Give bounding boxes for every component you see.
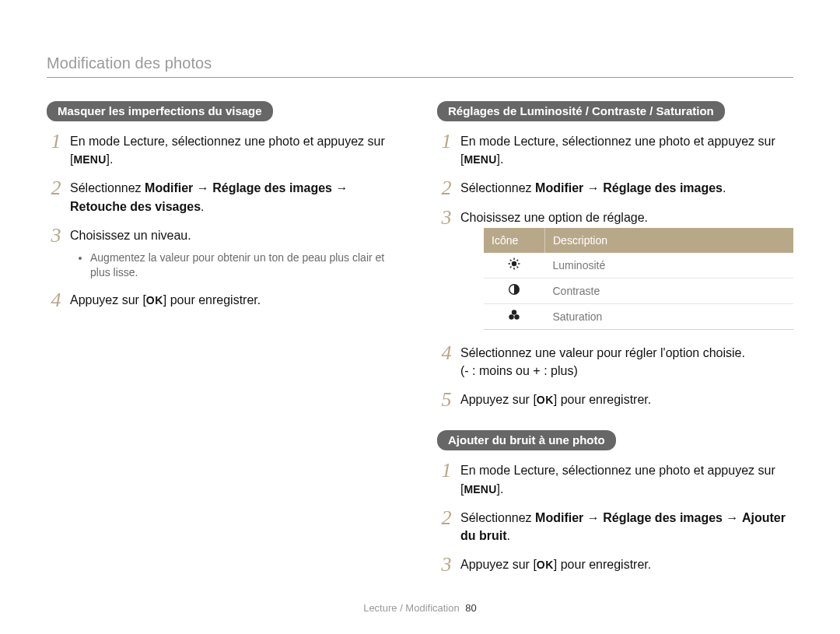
step-text: . bbox=[723, 181, 726, 194]
svg-line-8 bbox=[517, 259, 519, 261]
step-text: ] pour enregistrer. bbox=[163, 293, 261, 306]
saturation-icon bbox=[508, 309, 520, 325]
step-text: (- : moins ou + : plus) bbox=[460, 364, 578, 377]
step-sub-bullets: Augmentez la valeur pour obtenir un ton … bbox=[76, 250, 403, 280]
cell-description: Contraste bbox=[545, 278, 794, 303]
arrow: → bbox=[583, 511, 603, 524]
step-text: Sélectionnez bbox=[460, 511, 535, 524]
step-1: En mode Lecture, sélectionnez une photo … bbox=[47, 132, 403, 168]
step-2: Sélectionnez Modifier → Réglage des imag… bbox=[437, 179, 793, 197]
steps-list: En mode Lecture, sélectionnez une photo … bbox=[437, 461, 793, 573]
step-text: Sélectionnez une valeur pour régler l'op… bbox=[460, 346, 745, 359]
svg-point-11 bbox=[509, 314, 514, 319]
section-adjustments: Réglages de Luminosité / Contraste / Sat… bbox=[437, 101, 793, 408]
ok-label: OK bbox=[537, 394, 554, 406]
step-text: ]. bbox=[496, 152, 503, 166]
steps-list: En mode Lecture, sélectionnez une photo … bbox=[47, 132, 403, 309]
step-text: Sélectionnez bbox=[70, 181, 145, 194]
step-5: Appuyez sur [OK] pour enregistrer. bbox=[437, 391, 793, 408]
step-2: Sélectionnez Modifier → Réglage des imag… bbox=[47, 179, 403, 215]
section-face-retouch: Masquer les imperfections du visage En m… bbox=[47, 101, 403, 309]
cell-description: Luminosité bbox=[545, 253, 794, 278]
ok-label: OK bbox=[146, 294, 163, 306]
cell-icon bbox=[484, 303, 545, 329]
step-text: Appuyez sur [ bbox=[460, 393, 537, 406]
menu-label: MENU bbox=[73, 153, 106, 166]
arrow: → bbox=[583, 181, 603, 194]
menu-path-retouche: Retouche des visages bbox=[70, 200, 201, 213]
step-text: En mode Lecture, sélectionnez une photo … bbox=[460, 464, 775, 495]
cell-icon bbox=[484, 278, 545, 303]
menu-label: MENU bbox=[464, 153, 496, 166]
menu-path-reglage: Réglage des images bbox=[603, 181, 723, 194]
steps-list: En mode Lecture, sélectionnez une photo … bbox=[437, 132, 793, 408]
menu-label: MENU bbox=[464, 483, 496, 496]
step-3: Choisissez un niveau. Augmentez la valeu… bbox=[47, 226, 403, 280]
footer-section: Lecture / Modification bbox=[363, 602, 460, 614]
step-text: Appuyez sur [ bbox=[460, 558, 537, 571]
menu-path-modifier: Modifier bbox=[535, 511, 583, 524]
step-text: ] pour enregistrer. bbox=[554, 558, 651, 571]
contrast-icon bbox=[508, 283, 520, 299]
section-add-noise: Ajouter du bruit à une photo En mode Lec… bbox=[437, 430, 793, 573]
left-column: Masquer les imperfections du visage En m… bbox=[47, 101, 403, 587]
svg-line-7 bbox=[510, 266, 512, 268]
svg-point-10 bbox=[512, 310, 516, 314]
right-column: Réglages de Luminosité / Contraste / Sat… bbox=[437, 101, 793, 587]
table-row: Contraste bbox=[484, 278, 793, 303]
step-text: Choisissez un niveau. bbox=[70, 229, 191, 242]
step-text: ]. bbox=[496, 482, 503, 496]
footer-page-number: 80 bbox=[465, 602, 476, 614]
menu-path-modifier: Modifier bbox=[535, 181, 583, 194]
arrow: → bbox=[193, 181, 212, 194]
svg-line-6 bbox=[517, 266, 519, 268]
sub-bullet-1: Augmentez la valeur pour obtenir un ton … bbox=[90, 250, 403, 280]
menu-path-reglage: Réglage des images bbox=[603, 511, 723, 524]
title-divider bbox=[47, 77, 793, 78]
step-4: Appuyez sur [OK] pour enregistrer. bbox=[47, 291, 403, 309]
arrow: → bbox=[332, 181, 348, 194]
cell-description: Saturation bbox=[545, 303, 794, 329]
ok-label: OK bbox=[537, 559, 554, 571]
step-text: Appuyez sur [ bbox=[70, 293, 146, 306]
table-row: Saturation bbox=[484, 303, 793, 329]
cell-icon bbox=[484, 253, 545, 278]
step-1: En mode Lecture, sélectionnez une photo … bbox=[437, 132, 793, 168]
menu-path-modifier: Modifier bbox=[145, 181, 193, 194]
arrow: → bbox=[723, 511, 742, 524]
page-footer: Lecture / Modification 80 bbox=[0, 602, 840, 614]
step-text: En mode Lecture, sélectionnez une photo … bbox=[70, 135, 385, 166]
step-text: . bbox=[507, 529, 510, 542]
svg-point-0 bbox=[512, 261, 516, 265]
step-text: . bbox=[201, 200, 204, 213]
table-header-row: Icône Description bbox=[484, 228, 793, 253]
table-header-description: Description bbox=[545, 228, 794, 253]
step-text: ] pour enregistrer. bbox=[554, 393, 651, 406]
options-table: Icône Description Luminosité bbox=[484, 228, 793, 330]
svg-point-12 bbox=[515, 314, 520, 319]
step-text: Choisissez une option de réglage. bbox=[460, 211, 648, 224]
page-title: Modification des photos bbox=[47, 54, 793, 72]
table-header-icon: Icône bbox=[484, 228, 545, 253]
table-row: Luminosité bbox=[484, 253, 793, 278]
section-heading-pill: Ajouter du bruit à une photo bbox=[437, 430, 616, 450]
step-text: En mode Lecture, sélectionnez une photo … bbox=[460, 135, 775, 166]
step-3: Choisissez une option de réglage. Icône … bbox=[437, 208, 793, 330]
section-heading-pill: Réglages de Luminosité / Contraste / Sat… bbox=[437, 101, 725, 121]
brightness-icon bbox=[508, 257, 520, 274]
step-4: Sélectionnez une valeur pour régler l'op… bbox=[437, 344, 793, 380]
step-1: En mode Lecture, sélectionnez une photo … bbox=[437, 461, 793, 497]
step-2: Sélectionnez Modifier → Réglage des imag… bbox=[437, 509, 793, 545]
step-text: Sélectionnez bbox=[460, 181, 535, 194]
step-text: ]. bbox=[106, 152, 113, 166]
svg-line-5 bbox=[510, 259, 512, 261]
content-columns: Masquer les imperfections du visage En m… bbox=[47, 101, 793, 587]
menu-path-reglage: Réglage des images bbox=[212, 181, 332, 194]
section-heading-pill: Masquer les imperfections du visage bbox=[47, 101, 273, 121]
step-3: Appuyez sur [OK] pour enregistrer. bbox=[437, 555, 793, 573]
